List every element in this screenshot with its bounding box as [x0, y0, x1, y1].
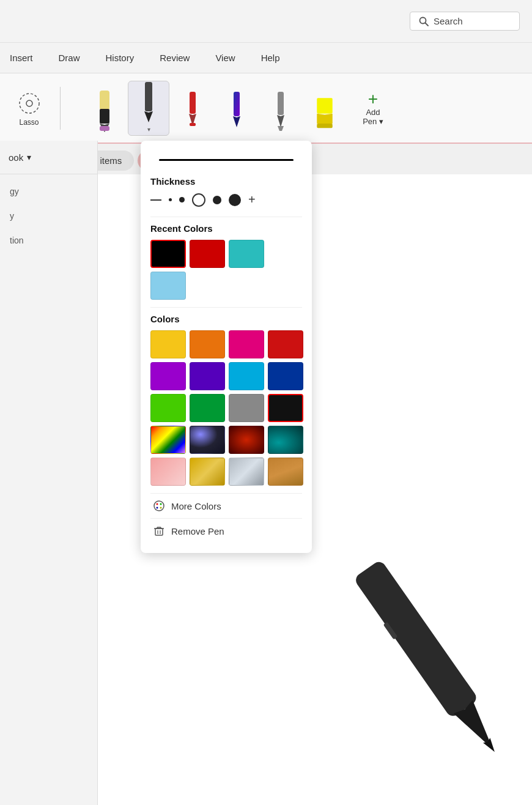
color-darkpurple[interactable]: [190, 362, 225, 390]
remove-pen-label: Remove Pen: [171, 526, 224, 536]
color-texture-silver[interactable]: [229, 458, 264, 486]
svg-rect-4: [100, 91, 109, 110]
stroke-preview: [150, 150, 302, 169]
add-pen-plus-icon: +: [368, 91, 378, 108]
color-darkblue[interactable]: [268, 362, 303, 390]
color-texture-rainbow[interactable]: [150, 426, 186, 454]
svg-point-26: [157, 503, 158, 505]
pen-chevron: ▾: [147, 126, 150, 133]
sidebar: gy y tion: [0, 174, 98, 805]
thickness-row: +: [150, 193, 302, 207]
svg-point-27: [160, 503, 162, 505]
notebook-chevron-icon: ▾: [27, 152, 31, 162]
pen-item-6[interactable]: [304, 81, 345, 136]
color-black[interactable]: [268, 394, 303, 422]
menu-draw[interactable]: Draw: [55, 50, 84, 65]
stroke-line: [159, 159, 294, 161]
svg-point-25: [154, 501, 164, 511]
palette-icon: [153, 500, 165, 512]
pen-item-2[interactable]: ▾: [128, 81, 169, 136]
svg-marker-9: [144, 111, 153, 122]
pen-item-4[interactable]: [216, 81, 257, 136]
color-texture-red[interactable]: [229, 426, 264, 454]
menu-help[interactable]: Help: [257, 50, 284, 65]
menu-review[interactable]: Review: [156, 50, 193, 65]
recent-color-red[interactable]: [190, 240, 225, 268]
color-red[interactable]: [268, 330, 303, 358]
sep2: [150, 307, 302, 308]
color-gray[interactable]: [229, 394, 264, 422]
sidebar-item-tion[interactable]: gy: [0, 174, 97, 204]
svg-rect-5: [100, 109, 109, 124]
color-texture-gold[interactable]: [190, 458, 225, 486]
thickness-large[interactable]: [213, 196, 221, 204]
thickness-small[interactable]: [179, 197, 185, 202]
recent-colors-grid: [150, 240, 302, 300]
pen-dropdown: Thickness + Recent Colors Colors: [141, 141, 312, 553]
svg-marker-17: [278, 126, 284, 131]
remove-pen-item[interactable]: Remove Pen: [150, 518, 302, 543]
svg-marker-19: [317, 113, 332, 123]
color-lime[interactable]: [150, 394, 186, 422]
sidebar-item-y[interactable]: tion: [0, 228, 97, 253]
search-box[interactable]: Search: [410, 12, 520, 31]
menu-view[interactable]: View: [212, 50, 238, 65]
color-orange[interactable]: [190, 330, 225, 358]
svg-marker-16: [277, 115, 284, 127]
top-bar: Search: [0, 0, 532, 43]
pen-item-3[interactable]: [172, 81, 213, 136]
more-colors-label: More Colors: [171, 501, 221, 511]
notebook-label: ook: [9, 152, 23, 163]
color-texture-teal-galaxy[interactable]: [268, 426, 303, 454]
svg-rect-13: [234, 92, 240, 116]
svg-marker-14: [233, 116, 240, 127]
color-texture-pink[interactable]: [150, 458, 186, 486]
color-texture-wood[interactable]: [268, 458, 303, 486]
thickness-dash[interactable]: [150, 199, 161, 201]
lasso-tool[interactable]: Lasso: [9, 84, 49, 133]
color-green[interactable]: [190, 394, 225, 422]
recent-color-black[interactable]: [150, 240, 186, 268]
color-cyan[interactable]: [229, 362, 264, 390]
menu-bar: Insert Draw History Review View Help: [0, 43, 532, 73]
recent-colors-label: Recent Colors: [150, 223, 302, 234]
svg-point-28: [157, 507, 158, 509]
svg-point-29: [160, 507, 162, 509]
recent-color-lightblue[interactable]: [150, 272, 186, 300]
color-magenta[interactable]: [229, 330, 264, 358]
color-yellow[interactable]: [150, 330, 186, 358]
svg-rect-21: [353, 559, 479, 719]
add-pen-button[interactable]: + AddPen ▾: [352, 84, 394, 133]
thickness-plus[interactable]: +: [248, 193, 256, 207]
menu-history[interactable]: History: [102, 50, 138, 65]
colors-label: Colors: [150, 314, 302, 324]
svg-rect-22: [383, 621, 398, 639]
lasso-icon: [16, 90, 43, 117]
svg-marker-23: [454, 700, 503, 756]
thickness-medium-selected[interactable]: [192, 193, 205, 207]
menu-insert[interactable]: Insert: [6, 50, 37, 65]
search-icon: [419, 17, 429, 26]
recent-color-teal[interactable]: [229, 240, 264, 268]
svg-point-2: [20, 94, 39, 113]
svg-rect-12: [190, 123, 196, 126]
sidebar-item-gy[interactable]: y: [0, 204, 97, 228]
pen-item-5[interactable]: [260, 81, 301, 136]
notebook-selector[interactable]: ook ▾: [0, 141, 98, 174]
more-colors-item[interactable]: More Colors: [150, 493, 302, 518]
color-texture-galaxy[interactable]: [190, 426, 225, 454]
pen-img-5: [268, 91, 293, 133]
pen-item-1[interactable]: [84, 81, 125, 136]
pen-img-1: [92, 91, 117, 133]
lasso-label: Lasso: [19, 118, 39, 127]
color-purple[interactable]: [150, 362, 186, 390]
trash-icon: [153, 525, 165, 537]
thickness-tiny[interactable]: [169, 198, 172, 201]
add-pen-label: AddPen ▾: [363, 108, 383, 126]
svg-rect-20: [317, 124, 332, 128]
svg-rect-7: [100, 126, 109, 131]
thickness-xlarge[interactable]: [229, 194, 241, 206]
pen-img-6: [312, 91, 337, 133]
search-label: Search: [434, 16, 463, 26]
sep1: [150, 217, 302, 217]
